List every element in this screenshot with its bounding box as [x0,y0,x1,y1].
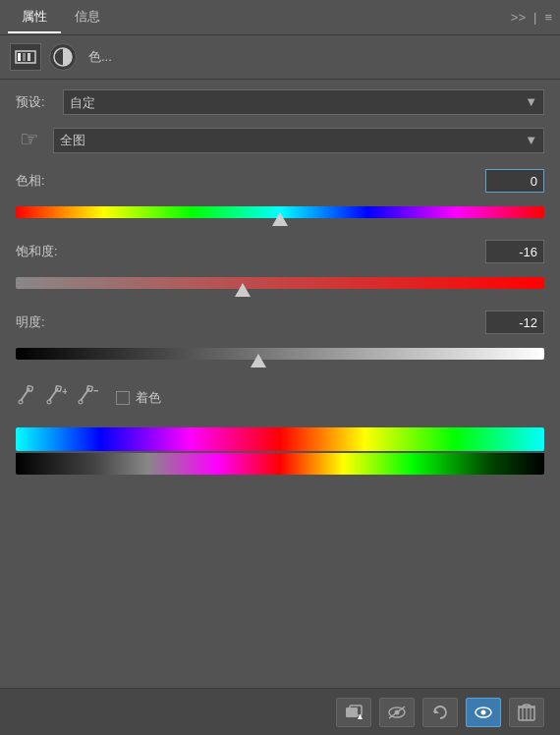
bottom-toolbar: ▴ [0,688,560,735]
saturation-track[interactable] [16,277,544,289]
reset-button[interactable] [422,698,458,727]
reset-icon [430,703,450,722]
brightness-header: 明度: [16,311,544,334]
brightness-slider-container[interactable] [16,340,544,368]
svg-text:+: + [62,385,67,397]
svg-point-25 [481,709,486,714]
tab-info[interactable]: 信息 [61,2,114,33]
hue-section: 色相: [16,169,544,226]
preset-label: 预设: [16,93,63,111]
hue-value-input[interactable] [485,169,544,193]
hue-label: 色相: [16,172,45,190]
saturation-header: 饱和度: [16,240,544,263]
tool-row: 色... [0,35,560,80]
channel-row: ☞ 全图 红色 绿色 蓝色 ▼ [16,125,544,155]
create-layer-icon: ▴ [344,704,364,721]
colorize-label: 着色 [136,389,161,407]
hand-cursor-icon: ☞ [18,125,43,150]
visibility-button[interactable] [379,698,415,727]
eyedropper-plus-icon[interactable]: + [45,385,67,410]
delete-button[interactable] [509,698,544,727]
brightness-track[interactable] [16,348,544,360]
svg-text:☞: ☞ [20,127,39,150]
gradient-bars [16,427,544,475]
eye-preview-button[interactable] [466,698,501,727]
hue-header: 色相: [16,169,544,193]
visibility-icon [387,705,407,720]
colorize-checkbox[interactable] [116,391,130,405]
circle-half-icon [52,46,74,68]
saturation-thumb[interactable] [235,283,251,297]
brightness-section: 明度: [16,311,544,368]
channel-dropdown[interactable]: 全图 红色 绿色 蓝色 [60,133,537,147]
preset-dropdown[interactable]: 自定 [70,95,537,110]
eyedropper-plus-svg: + [45,385,67,405]
svg-line-6 [21,388,29,401]
svg-line-9 [49,388,58,401]
circle-icon-box[interactable] [49,43,77,71]
eyedropper-minus-svg: − [77,385,98,405]
tab-properties[interactable]: 属性 [8,2,61,33]
brightness-label: 明度: [16,313,45,331]
expand-icon[interactable]: >> [511,10,526,25]
brightness-thumb[interactable] [251,354,266,368]
channel-adjust-icon: ☞ [16,125,45,155]
channel-select[interactable]: 全图 红色 绿色 蓝色 ▼ [53,128,544,153]
svg-text:▴: ▴ [357,711,363,721]
saturation-section: 饱和度: [16,240,544,297]
eye-preview-icon [474,705,493,720]
brightness-value-input[interactable] [485,311,544,334]
menu-icon[interactable]: ≡ [544,10,552,25]
svg-rect-2 [23,53,26,61]
levels-icon [15,48,36,66]
eyedropper-svg [16,385,35,405]
main-panel: 预设: 自定 ▼ ☞ 全图 红色 绿色 蓝色 ▼ 色相: [0,80,560,494]
eyedropper-tools-row: + − 着色 [16,381,544,414]
eyedropper-icon[interactable] [16,385,35,410]
hue-thumb[interactable] [272,212,288,226]
saturation-value-input[interactable] [485,240,544,263]
dark-gradient-bar [16,453,544,475]
color-label: 色... [88,48,112,66]
hue-slider-container[interactable] [16,198,544,226]
eyedropper-minus-icon[interactable]: − [77,385,98,410]
rainbow-gradient-bar [16,427,544,451]
svg-rect-1 [18,53,21,61]
svg-marker-23 [434,708,439,713]
create-layer-button[interactable]: ▴ [336,698,371,727]
tab-icons: >> | ≡ [511,10,552,25]
svg-text:−: − [93,385,98,398]
delete-icon [518,703,535,722]
svg-rect-3 [28,53,30,61]
saturation-slider-container[interactable] [16,269,544,297]
preset-select[interactable]: 自定 ▼ [63,89,544,115]
svg-line-13 [81,388,89,401]
tab-bar: 属性 信息 >> | ≡ [0,0,560,35]
adjustments-icon-box[interactable] [10,43,41,71]
saturation-label: 饱和度: [16,243,58,260]
colorize-row: 着色 [116,389,161,407]
preset-row: 预设: 自定 ▼ [16,89,544,115]
divider-icon: | [533,10,536,25]
